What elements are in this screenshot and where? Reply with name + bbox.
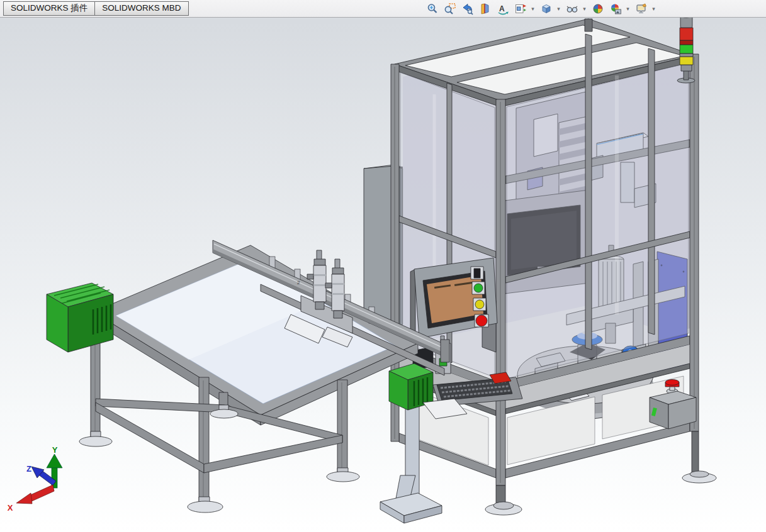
green-button[interactable] xyxy=(474,284,483,292)
machine-3d-model: 2 Y xyxy=(0,0,766,532)
svg-text:A: A xyxy=(499,4,505,13)
edit-appearance-icon xyxy=(592,3,604,15)
triad-y-label: Y xyxy=(52,445,58,455)
view-orientation-dropdown-caret[interactable]: ▾ xyxy=(530,6,536,12)
tower-green-light xyxy=(680,45,693,53)
toolbar-tabs: SOLIDWORKS 插件 SOLIDWORKS MBD xyxy=(3,1,189,16)
3d-drawing-view-button[interactable]: A xyxy=(496,2,510,16)
hide-show-items-icon xyxy=(566,3,578,15)
emergency-stop-button[interactable] xyxy=(476,315,487,326)
previous-view-button[interactable] xyxy=(461,2,475,16)
view-orientation-button[interactable] xyxy=(514,2,527,16)
orientation-triad: Y Z X xyxy=(8,445,62,513)
edit-appearance-button[interactable] xyxy=(591,2,605,16)
hide-show-items-button[interactable] xyxy=(565,2,579,16)
graphics-viewport[interactable]: 2 Y xyxy=(0,0,766,532)
floor-stand-base xyxy=(380,475,442,523)
zoom-to-area-icon xyxy=(444,3,456,15)
display-style-icon xyxy=(540,3,553,15)
heads-up-view-toolbar: A ▾ ▾ xyxy=(424,1,658,16)
display-style-button[interactable] xyxy=(539,2,553,16)
top-toolbar: SOLIDWORKS 插件 SOLIDWORKS MBD xyxy=(0,0,766,18)
apply-scene-icon xyxy=(609,3,622,15)
apply-scene-dropdown-caret[interactable]: ▾ xyxy=(625,6,631,12)
selector-switch[interactable] xyxy=(474,269,480,278)
estop-mushroom-button[interactable] xyxy=(665,380,679,385)
drive-motor-box-1 xyxy=(47,283,113,352)
display-style-dropdown-caret[interactable]: ▾ xyxy=(556,6,561,12)
tower-red-light xyxy=(680,28,693,40)
tab-solidworks-addins[interactable]: SOLIDWORKS 插件 xyxy=(4,2,94,15)
triad-x-label: X xyxy=(8,503,13,513)
zoom-to-fit-icon xyxy=(426,3,439,15)
view-settings-dropdown-caret[interactable]: ▾ xyxy=(651,6,656,12)
section-view-icon xyxy=(479,3,492,15)
hide-show-items-dropdown-caret[interactable]: ▾ xyxy=(582,6,587,12)
view-settings-icon xyxy=(635,3,648,15)
previous-view-icon xyxy=(461,3,474,15)
view-settings-button[interactable] xyxy=(634,2,648,16)
zoom-to-area-button[interactable] xyxy=(443,2,457,16)
apply-scene-button[interactable] xyxy=(609,2,622,16)
view-orientation-icon xyxy=(514,3,527,15)
3d-drawing-view-icon: A xyxy=(497,3,509,15)
tower-yellow-light xyxy=(680,57,693,65)
solidworks-window: 2 Y xyxy=(0,0,766,532)
tab-solidworks-mbd[interactable]: SOLIDWORKS MBD xyxy=(94,2,188,15)
section-view-button[interactable] xyxy=(478,2,492,16)
triad-z-label: Z xyxy=(26,464,31,474)
beam-marking: 2 xyxy=(297,280,300,285)
yellow-button[interactable] xyxy=(475,300,484,309)
zoom-to-fit-button[interactable] xyxy=(425,2,439,16)
